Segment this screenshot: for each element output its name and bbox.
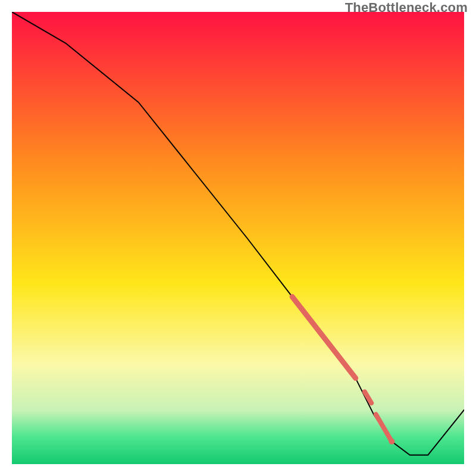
chart-svg: [12, 12, 464, 464]
chart-background: [12, 12, 464, 464]
chart-stage: TheBottleneck.com: [0, 0, 476, 476]
marker-group: [389, 439, 394, 444]
watermark-label: TheBottleneck.com: [345, 0, 468, 15]
plot-area: [12, 12, 464, 464]
data-marker: [389, 439, 394, 444]
